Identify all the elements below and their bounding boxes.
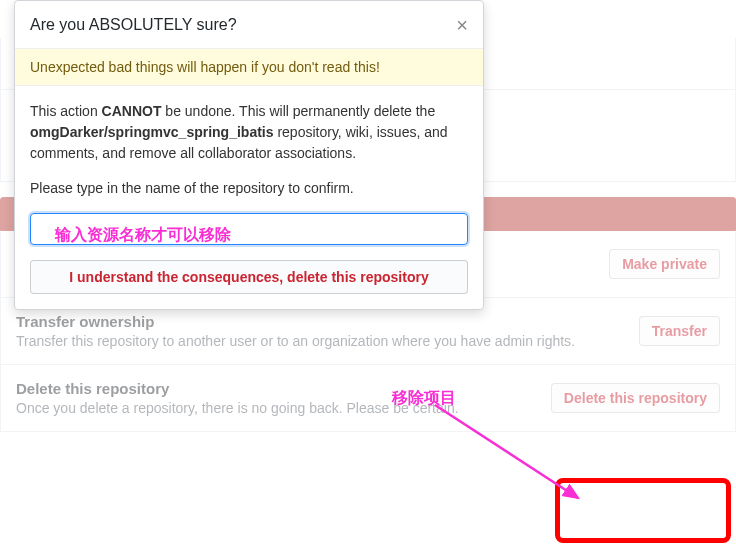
close-icon[interactable]: × [456, 15, 468, 35]
confirm-delete-modal: Are you ABSOLUTELY sure? × Unexpected ba… [14, 0, 484, 310]
modal-title: Are you ABSOLUTELY sure? [30, 16, 237, 34]
confirm-repo-name-input[interactable] [30, 213, 468, 245]
modal-prompt: Please type in the name of the repositor… [30, 178, 468, 199]
modal-body-text: This action CANNOT be undone. This will … [30, 101, 468, 164]
modal-warning: Unexpected bad things will happen if you… [15, 48, 483, 86]
confirm-delete-button[interactable]: I understand the consequences, delete th… [30, 260, 468, 294]
